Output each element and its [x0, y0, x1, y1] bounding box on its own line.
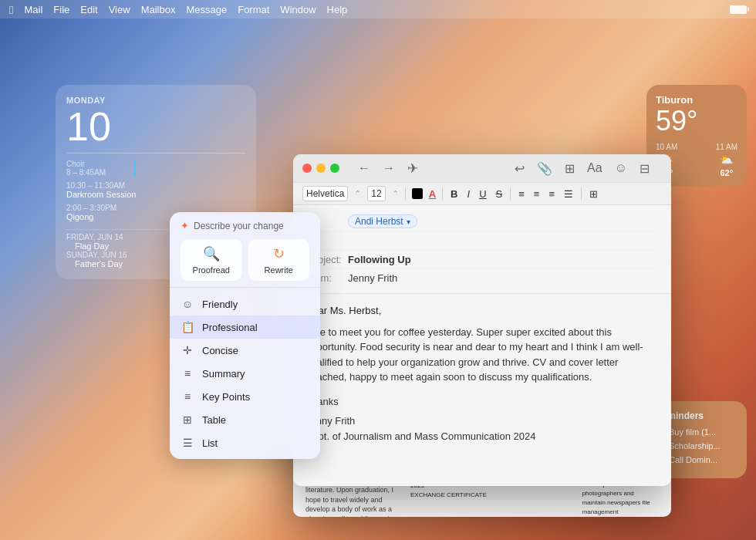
forward-icon[interactable]: → — [383, 161, 395, 175]
email-body-text: Nice to meet you for coffee yesterday. S… — [305, 325, 659, 385]
friendly-icon: ☺ — [181, 298, 194, 310]
ai-option-list[interactable]: ☰ List — [170, 431, 320, 454]
proofread-label: Proofread — [193, 265, 230, 275]
minimize-button[interactable] — [316, 164, 326, 173]
battery-icon — [730, 5, 747, 14]
reply-icon[interactable]: ↩ — [515, 161, 525, 176]
to-recipient[interactable]: Andi Herbst ▾ — [348, 214, 417, 228]
photo-icon[interactable]: ⊟ — [640, 161, 650, 176]
maximize-button[interactable] — [330, 164, 339, 173]
menubar-format[interactable]: Format — [238, 4, 269, 15]
weather-temperature: 59° — [656, 106, 737, 137]
font-icon[interactable]: Aa — [587, 161, 602, 175]
list-icon: ☰ — [181, 437, 194, 449]
calendar-date-number: 10 — [66, 106, 245, 147]
weather-city: Tiburon — [656, 94, 737, 106]
text-color-swatch[interactable] — [412, 188, 423, 199]
table-icon: ⊞ — [181, 413, 194, 426]
emoji-icon[interactable]: ☺ — [615, 161, 627, 175]
ai-suggestions-panel: ✦ Describe your change 🔍 Proofread ↻ Rew… — [170, 212, 320, 459]
list-item: Choir8 – 8:45AM — [66, 160, 245, 177]
menubar-left:  Mail File Edit View Mailbox Message Fo… — [9, 3, 347, 16]
ai-action-buttons: 🔍 Proofread ↻ Rewrite — [181, 239, 309, 281]
email-signature: Thanks Jenny FrithDept. of Journalism an… — [305, 394, 659, 444]
send-icon[interactable]: ✈ — [407, 160, 418, 177]
mail-body[interactable]: Dear Ms. Herbst, Nice to meet you for co… — [293, 294, 671, 486]
menubar-edit[interactable]: Edit — [80, 4, 97, 15]
underline-button[interactable]: U — [478, 188, 488, 200]
from-field: From: Jenny Frith — [305, 269, 659, 287]
menubar-right — [730, 5, 747, 14]
list-button[interactable]: ☰ — [562, 188, 575, 200]
professional-icon: 📋 — [181, 321, 194, 333]
ai-options-list: ☺ Friendly 📋 Professional ✛ Concise ≡ Su… — [170, 288, 320, 459]
mail-toolbar: ← → ✈ ↩ 📎 ⊞ Aa ☺ ⊟ — [346, 160, 662, 177]
align-left-button[interactable]: ≡ — [517, 188, 526, 200]
ai-describe-label: Describe your change — [194, 221, 284, 231]
partly-cloudy-icon: ⛅ — [720, 154, 733, 166]
align-right-button[interactable]: ≡ — [547, 188, 556, 200]
menubar-mail[interactable]: Mail — [24, 4, 42, 15]
menubar-view[interactable]: View — [109, 4, 130, 15]
back-icon[interactable]: ← — [358, 161, 370, 175]
ai-option-summary[interactable]: ≡ Summary — [170, 362, 320, 385]
formatting-bar: Helvetica ⌃ 12 ⌃ A B I U S ≡ ≡ ≡ ☰ ⊞ — [293, 182, 671, 205]
mail-toolbar-right: ↩ 📎 ⊞ Aa ☺ ⊟ — [515, 161, 650, 176]
menubar-help[interactable]: Help — [327, 4, 348, 15]
close-button[interactable] — [302, 164, 312, 173]
ai-describe-row: ✦ Describe your change — [181, 220, 309, 231]
summary-icon: ≡ — [181, 367, 194, 380]
rewrite-icon: ↻ — [273, 245, 285, 262]
menubar-message[interactable]: Message — [186, 4, 227, 15]
compose-icon[interactable]: ⊞ — [565, 161, 575, 176]
menubar-mailbox[interactable]: Mailbox — [141, 4, 176, 15]
ai-option-keypoints[interactable]: ≡ Key Points — [170, 385, 320, 408]
rewrite-label: Rewrite — [265, 265, 293, 275]
attach-icon[interactable]: 📎 — [537, 161, 552, 176]
ai-option-table[interactable]: ⊞ Table — [170, 408, 320, 431]
ai-panel-header: ✦ Describe your change 🔍 Proofread ↻ Rew… — [170, 212, 320, 288]
bold-button[interactable]: B — [449, 188, 459, 200]
mail-fields: To: Andi Herbst ▾ Cc: Subject: Following… — [293, 205, 671, 294]
mail-titlebar: ← → ✈ ↩ 📎 ⊞ Aa ☺ ⊟ — [293, 154, 671, 182]
traffic-lights — [302, 164, 339, 173]
mail-window: ← → ✈ ↩ 📎 ⊞ Aa ☺ ⊟ Helvetica ⌃ 12 ⌃ A B … — [293, 154, 671, 486]
align-center-button[interactable]: ≡ — [532, 188, 542, 200]
font-size-selector[interactable]: 12 — [367, 186, 385, 201]
menubar:  Mail File Edit View Mailbox Message Fo… — [0, 0, 756, 19]
menubar-file[interactable]: File — [53, 4, 69, 15]
to-field: To: Andi Herbst ▾ — [305, 211, 659, 232]
concise-icon: ✛ — [181, 344, 194, 356]
cc-field[interactable]: Cc: — [305, 232, 659, 251]
ai-option-friendly[interactable]: ☺ Friendly — [170, 292, 320, 316]
ai-option-professional[interactable]: 📋 Professional — [170, 316, 320, 339]
font-selector[interactable]: Helvetica — [302, 186, 348, 201]
calendar-day-label: MONDAY — [66, 96, 245, 105]
weather-hour-11am: 11 AM ⛅ 62° — [716, 143, 737, 177]
text-highlight[interactable]: A — [429, 188, 436, 200]
rewrite-button[interactable]: ↻ Rewrite — [248, 239, 310, 281]
strikethrough-button[interactable]: S — [494, 188, 505, 200]
list-item: 10:30 – 11:30AM Darkroom Session — [66, 181, 245, 199]
apple-menu[interactable]:  — [9, 3, 13, 16]
search-icon: 🔍 — [203, 245, 220, 262]
proofread-button[interactable]: 🔍 Proofread — [181, 239, 242, 281]
subject-field: Subject: Following Up — [305, 251, 659, 269]
keypoints-icon: ≡ — [181, 390, 194, 403]
menubar-window[interactable]: Window — [280, 4, 316, 15]
ai-option-concise[interactable]: ✛ Concise — [170, 339, 320, 362]
sparkle-icon: ✦ — [181, 220, 189, 231]
more-options-button[interactable]: ⊞ — [588, 188, 599, 200]
italic-button[interactable]: I — [466, 188, 472, 200]
email-greeting: Dear Ms. Herbst, — [305, 303, 659, 319]
